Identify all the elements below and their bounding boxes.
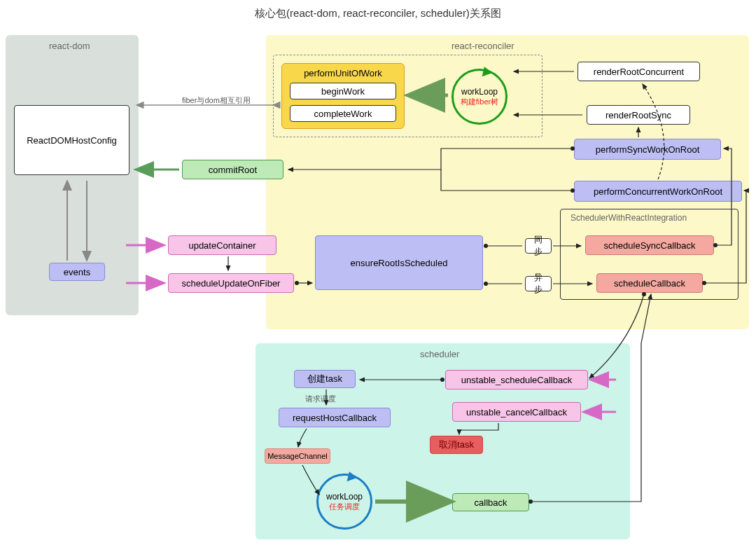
message-channel: MessageChannel: [265, 448, 330, 464]
commit-root: commitRoot: [182, 160, 284, 179]
request-scheduling-label: 请求调度: [305, 394, 336, 404]
scheduler-with-react-integration-label: SchedulerWithReactIntegration: [570, 213, 687, 223]
begin-work: beginWork: [290, 83, 396, 99]
fiber-dom-label: fiber与dom相互引用: [182, 95, 251, 106]
perform-concurrent-work-on-root: performConcurrentWorkOnRoot: [574, 181, 742, 202]
request-host-callback: requestHostCallback: [279, 408, 391, 427]
workloop-scheduler-label: workLoop: [326, 492, 363, 502]
ensure-root-is-scheduled: ensureRootIsScheduled: [315, 235, 483, 290]
cancel-task: 取消task: [430, 436, 483, 454]
schedule-sync-callback: scheduleSyncCallback: [585, 235, 714, 255]
scheduler-label: scheduler: [420, 349, 459, 359]
diagram-title: 核心包(react-dom, react-reconciler, schedul…: [0, 7, 756, 20]
complete-work: completeWork: [290, 105, 396, 122]
react-dom-label: react-dom: [49, 41, 90, 51]
react-reconciler-label: react-reconciler: [451, 41, 514, 51]
render-root-sync: renderRootSync: [587, 105, 690, 125]
perform-sync-work-on-root: performSyncWorkOnRoot: [574, 139, 721, 160]
events-box: events: [49, 263, 105, 281]
schedule-callback: scheduleCallback: [596, 273, 703, 293]
unstable-cancel-callback: unstable_cancelCallback: [452, 402, 581, 422]
workloop-fiber-sub: 构建fiber树: [461, 97, 498, 107]
react-dom-host-config: ReactDOMHostConfig: [14, 105, 130, 175]
callback-box: callback: [452, 493, 529, 511]
create-task: 创建task: [294, 370, 356, 388]
workloop-fiber: workLoop 构建fiber树: [451, 69, 507, 125]
schedule-update-on-fiber: scheduleUpdateOnFiber: [168, 273, 294, 293]
render-root-concurrent: renderRootConcurrent: [578, 62, 700, 81]
workloop-scheduler: workLoop 任务调度: [316, 474, 372, 530]
workloop-scheduler-sub: 任务调度: [329, 502, 360, 512]
update-container: updateContainer: [168, 235, 276, 255]
async-label: 异步: [525, 276, 552, 291]
perform-unit-of-work-label: performUnitOfWork: [304, 68, 382, 78]
unstable-schedule-callback: unstable_scheduleCallback: [445, 370, 588, 389]
sync-label: 同步: [525, 238, 552, 254]
workloop-fiber-label: workLoop: [461, 87, 498, 97]
